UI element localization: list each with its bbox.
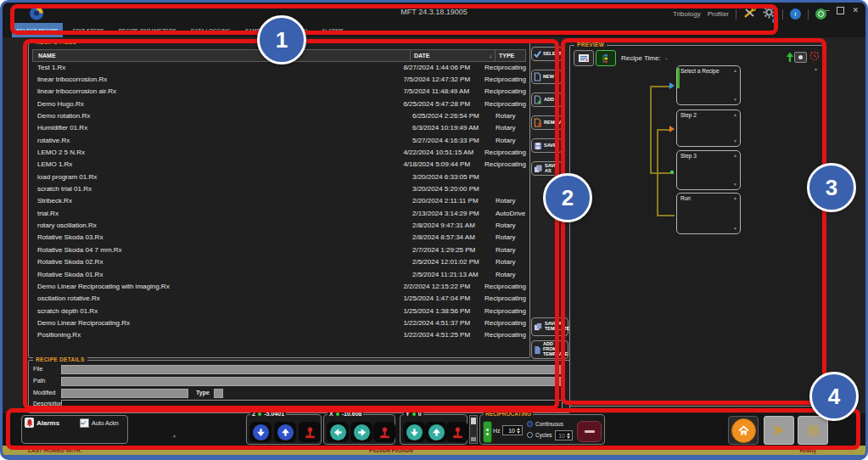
z-joystick-button[interactable] xyxy=(299,422,321,442)
table-row[interactable]: Humidifier 01.Rx6/3/2024 10:19:49 AMRota… xyxy=(32,122,526,134)
z-down-button[interactable] xyxy=(249,422,272,442)
new-button-label: NEW xyxy=(543,75,554,80)
table-row[interactable]: oscilation rotative.Rx1/25/2024 1:47:04 … xyxy=(32,293,526,305)
table-row[interactable]: Demo Hugo.Rx6/25/2024 5:47:28 PMReciproc… xyxy=(32,98,526,109)
table-row[interactable]: trial.Rx2/13/2024 3:14:29 PMAutoDrive xyxy=(32,207,526,219)
gear-help-icon[interactable]: ? xyxy=(763,6,776,22)
add-from-template-button[interactable]: ADD FROM TEMPLATE xyxy=(531,340,568,359)
table-row[interactable]: Demo rotation.Rx6/25/2024 2:26:54 PMRota… xyxy=(32,109,526,121)
stop-reciprocating-button[interactable] xyxy=(577,421,602,442)
step-caret-down-icon[interactable]: ▼ xyxy=(733,139,737,143)
table-row[interactable]: Rotative Skoda 03.Rx2/8/2024 8:57:34 AMR… xyxy=(32,232,526,244)
table-row[interactable]: load program 01.Rx3/20/2024 6:33:05 PM xyxy=(32,171,526,182)
flow-step-1[interactable]: Select a Recipe ▲ ▼ xyxy=(676,65,741,105)
collapse-caret-icon[interactable]: ▲ xyxy=(80,421,84,425)
cell-name: Rotative Skoda 02.Rx xyxy=(32,258,411,266)
table-row[interactable]: Test 1.Rx8/27/2024 1:44:06 PMReciprocati… xyxy=(32,61,526,73)
stop-button[interactable] xyxy=(798,416,828,445)
column-header-name[interactable]: NAME xyxy=(33,50,411,61)
table-row[interactable]: rotative.Rx5/27/2024 4:16:33 PMRotary xyxy=(32,134,526,146)
table-row[interactable]: Positioning.Rx1/22/2024 4:51:25 PMRecipr… xyxy=(32,329,526,341)
select-button[interactable]: SELECT xyxy=(531,47,563,61)
save-as-template-button[interactable]: SAVE AS TEMPLATE xyxy=(531,317,568,336)
table-row[interactable]: scratch depth 01.Rx1/25/2024 1:38:56 PMR… xyxy=(32,305,526,317)
table-row[interactable]: Rotative Skoda 02.Rx2/5/2024 12:01:02 PM… xyxy=(32,256,526,268)
x-joystick-button[interactable] xyxy=(373,422,395,442)
speed-slider[interactable] xyxy=(469,415,478,444)
tab-recipe-parameters[interactable]: RECIPE PARAMETERS xyxy=(115,23,181,37)
new-button[interactable]: NEW xyxy=(531,70,563,84)
table-row[interactable]: Rotative Skoda 01.Rx2/5/2024 11:21:13 AM… xyxy=(32,268,526,280)
z-up-button[interactable] xyxy=(274,422,296,442)
home-button[interactable] xyxy=(728,416,759,445)
slider-thumb[interactable] xyxy=(471,418,476,424)
x-right-button[interactable] xyxy=(350,422,372,442)
tab-data-logging[interactable]: DATA LOGGING xyxy=(187,23,235,37)
table-row[interactable]: scratch trial 01.Rx3/20/2024 5:20:00 PM xyxy=(32,182,526,194)
flow-step-4[interactable]: Run ▲ ▼ xyxy=(676,193,741,234)
play-button[interactable] xyxy=(764,416,794,445)
report-view-button[interactable] xyxy=(574,50,594,66)
y-joystick-button[interactable] xyxy=(446,422,468,442)
y-down-button[interactable] xyxy=(403,422,425,442)
tools-icon[interactable] xyxy=(743,7,756,22)
table-row[interactable]: Demo Linear Reciprocating.Rx1/22/2024 4:… xyxy=(32,317,526,328)
step-caret-up-icon[interactable]: ▲ xyxy=(733,196,737,200)
table-row[interactable]: Rotative Skoda 04 7 mm.Rx2/7/2024 1:29:2… xyxy=(32,244,526,255)
y-up-button[interactable] xyxy=(425,422,447,442)
table-row[interactable]: linear tribocorrosion.Rx7/5/2024 12:47:3… xyxy=(32,73,526,85)
step-caret-up-icon[interactable]: ▲ xyxy=(733,113,737,117)
column-header-type[interactable]: TYPE xyxy=(496,50,525,61)
cycles-radio[interactable] xyxy=(527,432,533,438)
cycles-spinner[interactable]: 10 xyxy=(555,430,573,440)
column-header-date[interactable]: DATE ↓ xyxy=(411,50,496,61)
bell-icon xyxy=(25,418,34,428)
file-field[interactable] xyxy=(61,365,563,374)
alarm-clock-icon[interactable] xyxy=(809,50,820,65)
continuous-radio[interactable] xyxy=(527,421,533,427)
cell-date: 2/5/2024 12:01:02 PM xyxy=(411,258,493,266)
x-left-button[interactable] xyxy=(327,422,349,442)
camera-icon[interactable] xyxy=(794,52,807,63)
tab-sample-info[interactable]: SAMPLE INFO xyxy=(241,23,286,37)
add-button[interactable]: ADD xyxy=(531,93,563,107)
minimize-icon[interactable]: – xyxy=(825,6,829,14)
table-row[interactable]: Demo Linear Reciprocating with imaging.R… xyxy=(32,280,526,292)
table-row[interactable]: LEMO 2 5 N.Rx4/22/2024 10:51:15 AMRecipr… xyxy=(32,146,526,158)
table-row[interactable]: linear tribocorrosion air.Rx7/5/2024 11:… xyxy=(32,86,526,98)
modified-field[interactable] xyxy=(61,389,188,398)
step-caret-up-icon[interactable]: ▲ xyxy=(733,154,737,158)
step-caret-up-icon[interactable]: ▲ xyxy=(733,69,737,73)
hz-spinner[interactable]: 10 xyxy=(502,425,523,435)
flow-view-button[interactable] xyxy=(596,50,616,66)
type-field[interactable] xyxy=(214,389,223,398)
flow-step-3[interactable]: Step 3 ▲ ▼ xyxy=(676,150,741,190)
table-row[interactable]: rotary oscillation.Rx2/8/2024 9:47:31 AM… xyxy=(32,219,526,231)
tab-run[interactable]: RUN xyxy=(291,23,311,37)
remove-button-label: REMOVE xyxy=(544,121,564,126)
close-icon[interactable]: ✕ xyxy=(852,6,859,14)
table-row[interactable]: Stribeck.Rx2/20/2024 2:11:11 PMRotary xyxy=(32,195,526,207)
tab-alarms[interactable]: ALARMS xyxy=(317,23,348,37)
nav-profiler[interactable]: Profiler xyxy=(708,10,729,18)
restore-icon[interactable] xyxy=(837,7,844,14)
flow-step-2[interactable]: Step 2 ▲ ▼ xyxy=(676,109,741,147)
collapse-caret-icon[interactable]: ▲ xyxy=(814,67,818,71)
info-icon[interactable]: i xyxy=(790,8,801,20)
description-field[interactable] xyxy=(61,400,563,410)
step-caret-down-icon[interactable]: ▼ xyxy=(733,227,737,231)
tab-select-recipe[interactable]: SELECT RECIPE xyxy=(12,23,63,37)
tab-edit-steps[interactable]: EDIT STEPS xyxy=(69,23,109,37)
nav-tribology[interactable]: Tribology xyxy=(673,10,701,18)
remove-button[interactable]: REMOVE xyxy=(531,115,563,130)
step-caret-down-icon[interactable]: ▼ xyxy=(733,98,737,102)
save-button[interactable]: SAVE xyxy=(531,138,563,153)
step-caret-down-icon[interactable]: ▼ xyxy=(733,182,737,187)
export-up-icon[interactable] xyxy=(786,51,794,66)
save-as-button[interactable]: SAVE AS xyxy=(531,161,563,176)
expand-caret-icon[interactable]: ▼ xyxy=(172,435,176,439)
file-label: File xyxy=(33,366,42,372)
path-field[interactable] xyxy=(61,377,563,386)
stroke-indicator[interactable] xyxy=(483,421,492,443)
table-row[interactable]: LEMO 1.Rx4/18/2024 5:09:44 PMReciprocati… xyxy=(32,159,526,171)
